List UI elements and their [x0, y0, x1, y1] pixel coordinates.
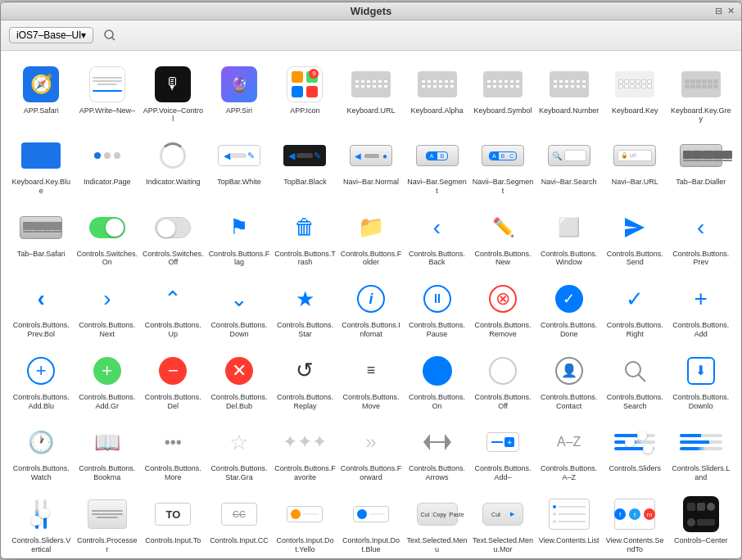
widget-item-controls-btns-add-gr[interactable]: + Controls.Buttons.Add.Gr — [75, 345, 140, 416]
widget-item-keyboard-symbol[interactable]: Keyboard.Symbol — [471, 59, 536, 129]
widget-item-controls-btns-on[interactable]: Controls.Buttons.On — [405, 345, 469, 416]
widget-item-controls-btns-add-blu[interactable]: + Controls.Buttons.Add.Blu — [9, 345, 74, 416]
close-button[interactable]: ✕ — [727, 6, 735, 16]
widget-icon-topbar-black: ◀ ✎ — [280, 135, 329, 176]
widget-item-controls-btns-done[interactable]: ✓ Controls.Buttons.Done — [536, 273, 601, 344]
widget-item-controls-btns-forward[interactable]: » Controls.Buttons.Forward — [339, 417, 404, 487]
widget-icon-view-contents-sendto: f t m — [610, 494, 659, 535]
widget-item-view-contents-sendto[interactable]: f t m View.Contents.SendTo — [603, 489, 667, 558]
widget-item-keyboard-alpha[interactable]: Keyboard.Alpha — [405, 59, 469, 129]
widget-item-controls-btns-trash[interactable]: 🗑 Controls.Buttons.Trash — [273, 202, 337, 273]
widget-item-controls-btns-more[interactable]: ••• Controls.Buttons.More — [141, 417, 206, 487]
widget-item-tab-bar-dialler[interactable]: Tab–Bar.Dialler — [668, 130, 733, 201]
widget-item-keyboard-url[interactable]: Keyboard.URL — [339, 59, 404, 129]
widget-item-controls-btns-send[interactable]: Controls.Buttons.Send — [603, 202, 667, 273]
widget-item-controls-btns-search[interactable]: Controls.Buttons.Search — [603, 345, 667, 416]
widget-item-controls-btns-flag[interactable]: ⚑ Controls.Buttons.Flag — [207, 202, 272, 273]
widget-label-controls-btns-prev: Controls.Buttons.Prev — [670, 250, 731, 268]
widget-item-controls-btns-window[interactable]: ⬜ Controls.Buttons.Window — [536, 202, 601, 273]
widget-item-controls-switches-on[interactable]: Controls.Switches.On — [75, 202, 140, 273]
search-button[interactable] — [100, 25, 120, 45]
widget-item-controls-btns-infomat[interactable]: i Controls.Buttons.Infomat — [339, 273, 404, 344]
widget-item-controls-btns-prev-bol[interactable]: ‹ Controls.Buttons.Prev.Bol — [9, 273, 74, 344]
widget-item-controls-btns-folder[interactable]: 📁 Controls.Buttons.Folder — [339, 202, 404, 273]
widget-item-controls-btns-up[interactable]: ⌃ Controls.Buttons.Up — [141, 273, 206, 344]
widget-item-navi-bar-url[interactable]: 🔒 url Navi–Bar.URL — [603, 130, 667, 201]
widget-item-controls-btns-remove[interactable]: ⊗ Controls.Buttons.Remove — [471, 273, 536, 344]
theme-dropdown[interactable]: iOS7–Base–UI▾ — [9, 27, 93, 43]
widget-label-controls-switches-on: Controls.Switches.On — [77, 250, 138, 268]
widget-grid-container: 🧭 APP.Safari APP.Write–New– 🎙 APP.Voice–… — [1, 51, 741, 558]
widget-item-controls-btns-move[interactable]: ≡ Controls.Buttons.Move — [339, 345, 404, 416]
widget-item-controls-btns-add-dash[interactable]: + Controls.Buttons.Add– — [471, 417, 536, 487]
widget-icon-app-voice-control: 🎙 — [148, 64, 197, 105]
widget-item-controls-input-cc[interactable]: CC Controls.Input.CC — [207, 489, 272, 558]
widget-item-controls-btns-star[interactable]: ★ Controls.Buttons.Star — [273, 273, 337, 344]
widget-item-keyboard-key-grey[interactable]: Keyboard.Key.Grey — [668, 59, 733, 129]
widget-label-keyboard-key-blue: Keyboard.Key.Blue — [11, 178, 72, 196]
widget-item-app-voice-control[interactable]: 🎙 APP.Voice–Control — [141, 59, 206, 129]
widget-item-controls-btns-next[interactable]: › Controls.Buttons.Next — [75, 273, 140, 344]
widget-item-controls-btns-del[interactable]: − Controls.Buttons.Del — [141, 345, 206, 416]
widget-item-controls-btns-replay[interactable]: ↺ Controls.Buttons.Replay — [273, 345, 337, 416]
widget-item-controls-btns-down[interactable]: ⌄ Controls.Buttons.Down — [207, 273, 272, 344]
widget-item-controls-btns-bookma[interactable]: 📖 Controls.Buttons.Bookma — [75, 417, 140, 487]
widget-icon-controls-btns-off — [478, 350, 527, 391]
widget-item-controls-btns-right[interactable]: ✓ Controls.Buttons.Right — [603, 273, 667, 344]
widget-icon-controls-btns-del-bub: ✕ — [215, 350, 264, 391]
widget-item-controls-btns-off[interactable]: Controls.Buttons.Off — [471, 345, 536, 416]
widget-item-controls-processer[interactable]: Controls.Processer — [75, 489, 140, 558]
widget-label-controls-processer: Controls.Processer — [77, 536, 138, 554]
widget-item-navii-bar-segment[interactable]: A B C Navii–Bar.Segment — [471, 130, 536, 201]
widget-item-view-contents-list[interactable]: View.Contents.List — [536, 489, 601, 558]
widget-item-controls-btns-favorite[interactable]: ✦✦✦ Controls.Buttons.Favorite — [273, 417, 337, 487]
widget-item-keyboard-number[interactable]: Keyboard.Number — [536, 59, 601, 129]
widget-icon-controls-btns-remove: ⊗ — [478, 278, 527, 319]
widget-item-controls-input-dot-yello[interactable]: Contorls.Input.Dot.Yello — [273, 489, 337, 558]
widget-item-app-siri[interactable]: 🔮 APP.Siri — [207, 59, 272, 129]
widget-item-controls-sliders[interactable]: Controls.Sliders — [603, 417, 667, 487]
widget-item-text-selected-menu-mor[interactable]: Cut ▶ Text.Selected.Menu.Mor — [471, 489, 536, 558]
widget-item-controls-btns-contact[interactable]: 👤 Controls.Buttons.Contact — [536, 345, 601, 416]
widget-label-controls-btns-next: Controls.Buttons.Next — [77, 321, 138, 339]
widget-item-navi-bar-search[interactable]: 🔍 Navi–Bar.Search — [536, 130, 601, 201]
widget-item-keyboard-key-blue[interactable]: Keyboard.Key.Blue — [9, 130, 74, 201]
widget-item-controls-btns-add[interactable]: + Controls.Buttons.Add — [668, 273, 733, 344]
widget-item-topbar-black[interactable]: ◀ ✎ TopBar.Black — [273, 130, 337, 201]
widget-item-controls-center[interactable]: Controls–Center — [668, 489, 733, 558]
minimize-button[interactable]: ⊟ — [715, 6, 722, 16]
widget-item-controls-input-dot-blue[interactable]: Contorls.Input.Dot.Blue — [339, 489, 404, 558]
widget-item-navi-bar-normal[interactable]: ◀ ● Navi–Bar.Normal — [339, 130, 404, 201]
widget-item-indicator-page[interactable]: Indicator.Page — [75, 130, 140, 201]
widget-item-keyboard-key[interactable]: Keyboard.Key — [603, 59, 667, 129]
widget-item-controls-btns-star-gra[interactable]: ☆ Controls.Buttons.Star.Gra — [207, 417, 272, 487]
widget-item-tab-bar-safari[interactable]: Tab–Bar.Safari — [9, 202, 74, 273]
widget-icon-text-selected-menu-mor: Cut ▶ — [478, 494, 527, 535]
widget-item-text-selected-menu[interactable]: Cut Copy Paste Text.Selected.Menu — [405, 489, 469, 558]
widget-item-controls-sliders-vertical[interactable]: Controls.Sliders.Vertical — [9, 489, 74, 558]
widget-label-controls-btns-new: Controls.Buttons.New — [473, 250, 534, 268]
widget-item-topbar-white[interactable]: ◀ ✎ TopBar.White — [207, 130, 272, 201]
widget-item-app-write-new[interactable]: APP.Write–New– — [75, 59, 140, 129]
widget-item-controls-btns-az[interactable]: A–Z Controls.Buttons.A–Z — [536, 417, 601, 487]
widget-item-controls-input-to[interactable]: TO Controls.Input.To — [141, 489, 206, 558]
widget-item-controls-btns-arrows[interactable]: Controls.Buttons.Arrows — [405, 417, 469, 487]
widget-item-controls-switches-off[interactable]: Controls.Switches.Off — [141, 202, 206, 273]
widget-icon-controls-btns-on — [413, 350, 462, 391]
widget-label-controls-center: Controls–Center — [674, 536, 728, 545]
widget-item-controls-btns-watch[interactable]: 🕐 Controls.Buttons.Watch — [9, 417, 74, 487]
widget-item-app-icon[interactable]: 9 APP.Icon — [273, 59, 337, 129]
widget-item-controls-btns-del-bub[interactable]: ✕ Controls.Buttons.Del.Bub — [207, 345, 272, 416]
widget-item-controls-btns-pause[interactable]: ⏸ Controls.Buttons.Pause — [405, 273, 469, 344]
widget-item-navi-bar-segment[interactable]: A B Navi–Bar.Segment — [405, 130, 469, 201]
widget-item-controls-sliders-land[interactable]: Controls.Sliders.Land — [668, 417, 733, 487]
widget-item-indicator-waiting[interactable]: Indicator.Waiting — [141, 130, 206, 201]
widget-icon-controls-switches-off — [148, 207, 197, 248]
widget-item-controls-btns-new[interactable]: ✏️ Controls.Buttons.New — [471, 202, 536, 273]
widget-item-app-safari[interactable]: 🧭 APP.Safari — [9, 59, 74, 129]
widget-label-keyboard-key-grey: Keyboard.Key.Grey — [670, 106, 731, 124]
widget-item-controls-btns-back[interactable]: ‹ Controls.Buttons.Back — [405, 202, 469, 273]
widget-item-controls-btns-prev[interactable]: ‹ Controls.Buttons.Prev — [668, 202, 733, 273]
widget-label-controls-btns-more: Controls.Buttons.More — [143, 464, 204, 482]
widget-item-controls-btns-downlo[interactable]: ⬇ Controls.Buttons.Downlo — [668, 345, 733, 416]
